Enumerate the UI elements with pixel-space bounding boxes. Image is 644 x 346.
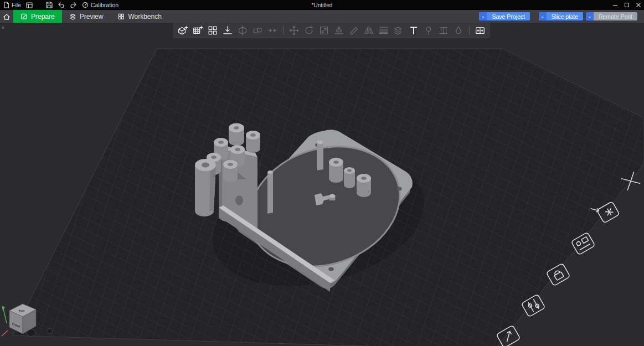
tab-workbench-label: Workbench: [128, 13, 161, 20]
remote-print-dropdown[interactable]: ⌄: [586, 12, 594, 20]
file-menu[interactable]: File: [3, 0, 21, 10]
save-project-button[interactable]: ⌄ Save Project: [479, 12, 530, 20]
calibration-icon: [82, 2, 89, 8]
plate-hole: [47, 329, 53, 334]
rotate-icon[interactable]: [302, 24, 316, 37]
tab-prepare-label: Prepare: [31, 13, 55, 20]
add-object-icon[interactable]: [176, 24, 189, 37]
undo-icon: [58, 2, 65, 8]
home-button[interactable]: [0, 10, 13, 23]
axis-red: [2, 330, 8, 336]
gizmo-top-label: Top: [18, 309, 24, 313]
calibration-menu[interactable]: Calibration: [82, 0, 119, 10]
save-icon: [46, 2, 53, 8]
prepare-icon: [20, 13, 28, 20]
remote-print-button[interactable]: ⌄ Remote Print: [586, 12, 637, 20]
tall-cylinder: [195, 159, 216, 216]
file-menu-label: File: [12, 2, 21, 8]
add-plate-icon[interactable]: [191, 24, 204, 37]
tab-preview-label: Preview: [80, 13, 104, 20]
variable-layer-height-icon[interactable]: [377, 24, 390, 37]
support-painting-icon[interactable]: [437, 24, 450, 37]
workbench-icon: [117, 13, 125, 20]
seam-painting-icon[interactable]: [422, 24, 435, 37]
file-icon: [3, 2, 9, 8]
maximize-button[interactable]: [621, 0, 632, 10]
minimize-icon: [612, 2, 618, 8]
home-icon: [3, 13, 11, 20]
toolbar-separator: [469, 26, 470, 35]
auto-orient-icon[interactable]: [221, 24, 234, 37]
toolbar-separator: [283, 26, 284, 35]
split-to-parts-icon[interactable]: [251, 24, 264, 37]
sidebar-collapse-handle[interactable]: ‹›: [2, 24, 3, 30]
screw-hole: [397, 187, 402, 191]
merge-icon[interactable]: [266, 24, 279, 37]
slice-plate-button[interactable]: ⌄ Slice plate: [539, 12, 583, 20]
screw-hole: [328, 267, 334, 271]
minimize-button[interactable]: [609, 0, 621, 10]
mirror-icon[interactable]: [362, 24, 375, 37]
cut-icon[interactable]: [347, 24, 360, 37]
tab-prepare[interactable]: Prepare: [13, 10, 62, 23]
slice-plate-label: Slice plate: [547, 12, 583, 20]
flatten-icon[interactable]: [332, 24, 346, 37]
assembly-view-icon[interactable]: [473, 24, 487, 37]
redo-icon: [70, 2, 77, 8]
close-button[interactable]: [632, 0, 644, 10]
viewport-3d[interactable]: Top Front: [0, 0, 644, 346]
workspace-menu-button[interactable]: [26, 0, 33, 10]
slice-plate-dropdown[interactable]: ⌄: [539, 12, 547, 20]
scale-icon[interactable]: [317, 24, 331, 37]
tab-workbench[interactable]: Workbench: [110, 10, 168, 23]
main-toolbar: [173, 23, 490, 38]
color-painting-icon[interactable]: [452, 24, 465, 37]
axis-green: [3, 309, 7, 323]
menu-icon: [26, 2, 33, 8]
add-text-icon[interactable]: [407, 24, 420, 37]
window-controls: [609, 0, 644, 10]
undo-button[interactable]: [58, 0, 65, 10]
move-icon[interactable]: [287, 24, 301, 37]
tabbar: Prepare Preview Workbench ⌄ Save Project…: [0, 10, 644, 23]
tab-preview[interactable]: Preview: [62, 10, 111, 23]
split-to-objects-icon[interactable]: [236, 24, 249, 37]
redo-button[interactable]: [70, 0, 77, 10]
save-project-dropdown[interactable]: ⌄: [479, 12, 487, 20]
layers-icon[interactable]: [392, 24, 405, 37]
arrange-icon[interactable]: [206, 24, 219, 37]
titlebar: File Calibration *Untitled: [0, 0, 644, 10]
save-project-label: Save Project: [487, 12, 530, 20]
close-icon: [636, 2, 641, 8]
remote-print-label: Remote Print: [594, 12, 637, 20]
preview-icon: [69, 13, 76, 20]
save-button[interactable]: [46, 0, 53, 10]
calibration-menu-label: Calibration: [91, 2, 119, 8]
maximize-icon: [624, 2, 630, 8]
